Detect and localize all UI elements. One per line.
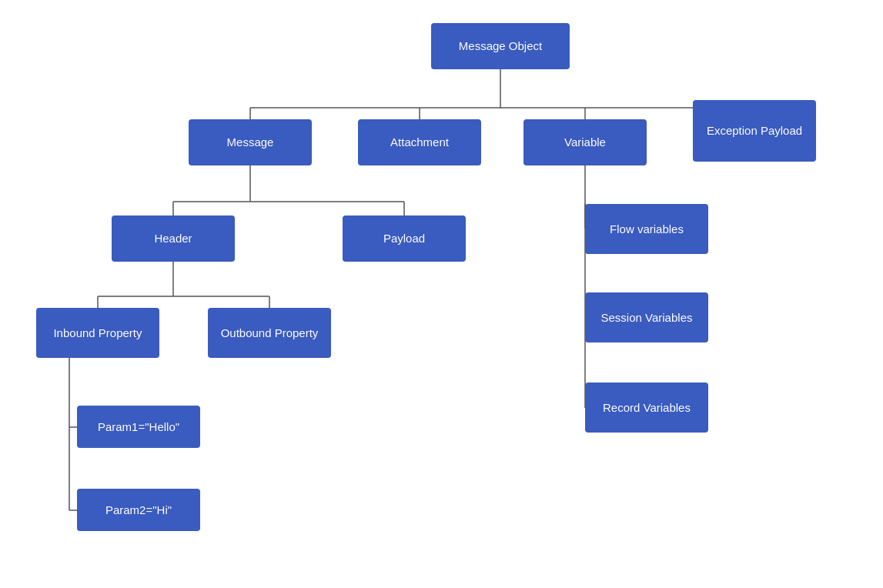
node-message: Message bbox=[189, 119, 312, 165]
node-param1: Param1="Hello" bbox=[77, 406, 200, 448]
diagram: Message ObjectMessageAttachmentVariableE… bbox=[0, 0, 883, 588]
node-outbound_property: Outbound Property bbox=[208, 308, 331, 358]
node-exception_payload: Exception Payload bbox=[693, 100, 816, 162]
node-variable: Variable bbox=[523, 119, 647, 165]
node-message_object: Message Object bbox=[431, 23, 570, 69]
node-payload: Payload bbox=[343, 215, 466, 262]
node-attachment: Attachment bbox=[358, 119, 481, 165]
node-inbound_property: Inbound Property bbox=[36, 308, 159, 358]
node-flow_variables: Flow variables bbox=[585, 204, 708, 254]
node-session_variables: Session Variables bbox=[585, 292, 708, 342]
node-record_variables: Record Variables bbox=[585, 383, 708, 433]
node-param2: Param2="Hi" bbox=[77, 489, 200, 531]
node-header: Header bbox=[112, 215, 235, 262]
